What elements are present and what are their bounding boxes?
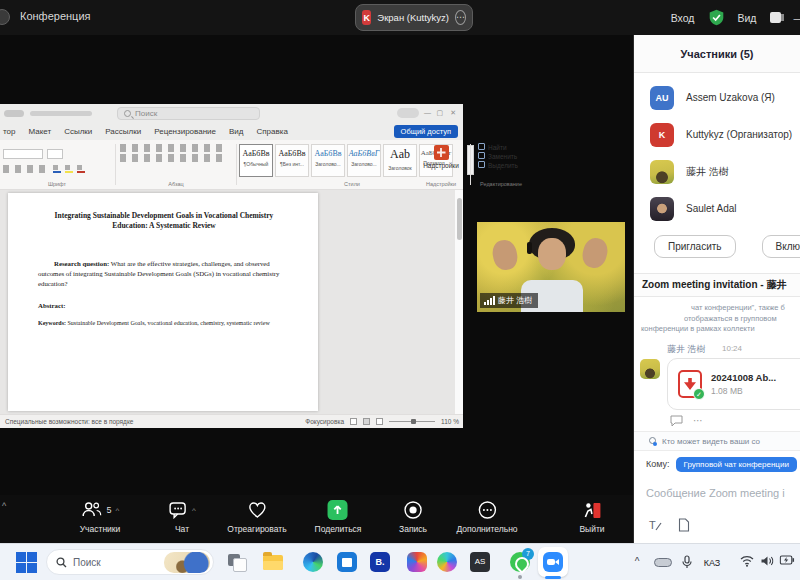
copilot-app-button[interactable] (436, 551, 458, 573)
meeting-info-icon[interactable] (0, 9, 10, 25)
word-minimize-icon[interactable]: — (424, 109, 431, 116)
toolbar-react-button[interactable]: Отреагировать (227, 499, 286, 534)
microphone-tray-icon[interactable] (682, 555, 692, 569)
web-layout-icon[interactable] (376, 418, 383, 425)
document-title: Integrating Sustainable Development Goal… (38, 211, 290, 231)
ribbon-editing-group: Найти Заменить Выделить Редактирование (472, 142, 530, 187)
participant-video-tile[interactable]: 藤井 浩樹 (477, 222, 625, 312)
zoom-percent[interactable]: 110 % (441, 418, 459, 425)
style-heading2[interactable]: АаБбВвГ Заголово... (347, 144, 381, 177)
tab-options-icon[interactable]: ⋯ (455, 10, 466, 25)
text-highlight-button[interactable] (65, 165, 73, 173)
toolbar-record-button[interactable]: Запись (399, 499, 427, 534)
signin-button[interactable]: Вход (671, 12, 695, 24)
language-indicator[interactable]: КАЗ (704, 558, 721, 568)
style-no-spacing[interactable]: АаБбВв ¶Без инт... (275, 144, 309, 177)
toolbar-chat-button[interactable]: ^ Чат (168, 499, 196, 534)
view-layout-icon[interactable] (770, 12, 781, 23)
volume-icon[interactable] (761, 555, 774, 567)
battery-icon[interactable] (780, 555, 795, 565)
whatsapp-button[interactable]: 7 (509, 551, 531, 573)
font-style-buttons[interactable] (3, 165, 51, 173)
addins-icon[interactable] (434, 145, 449, 160)
chat-message-input[interactable] (646, 487, 788, 499)
paragraph-align-buttons[interactable] (120, 154, 228, 162)
font-name-select[interactable] (3, 149, 43, 159)
print-layout-icon[interactable] (363, 418, 370, 425)
file-explorer-button[interactable] (262, 551, 284, 573)
security-shield-icon[interactable] (708, 9, 725, 26)
toolbar-participants-button[interactable]: 5 ^ Участники (80, 499, 121, 534)
toolbar-share-button[interactable]: Поделиться (315, 499, 362, 534)
word-share-button[interactable]: Общий доступ (394, 125, 458, 138)
word-account-button[interactable] (397, 108, 419, 118)
tray-expand-icon[interactable]: ^ (635, 556, 640, 567)
replace-button[interactable]: Заменить (478, 152, 530, 160)
edge-browser-button[interactable] (302, 551, 324, 573)
style-normal[interactable]: АаБбВв ¶Обычный (239, 144, 273, 177)
word-tab-review[interactable]: Рецензирование (154, 127, 216, 136)
participant-row[interactable]: AU Assem Uzakova (Я) (634, 79, 800, 116)
participants-caret-icon[interactable]: ^ (116, 506, 120, 515)
paragraph-list-buttons[interactable] (120, 144, 228, 152)
word-tab-view[interactable]: Вид (229, 127, 243, 136)
attach-file-icon[interactable] (678, 518, 690, 532)
document-page[interactable]: Integrating Sustainable Development Goal… (8, 193, 318, 411)
word-tab-help[interactable]: Справка (256, 127, 287, 136)
focus-mode-button[interactable]: Фокусировка (305, 418, 344, 425)
document-scrollbar[interactable] (455, 190, 463, 414)
word-close-icon[interactable]: ✕ (450, 109, 456, 117)
word-tab-mailings[interactable]: Рассылки (105, 127, 141, 136)
document-scrollbar-thumb[interactable] (457, 198, 462, 240)
participants-list: AU Assem Uzakova (Я) K Kuttykyz (Организ… (634, 73, 800, 227)
message-more-icon[interactable]: ⋯ (693, 415, 703, 426)
font-size-select[interactable] (47, 149, 63, 159)
reply-bubble-icon[interactable] (670, 415, 683, 426)
office-app-button[interactable] (406, 551, 428, 573)
find-button[interactable]: Найти (478, 143, 530, 151)
zoom-slider[interactable] (389, 421, 435, 422)
onedrive-cloud-icon[interactable] (654, 558, 672, 567)
to-recipient-pill[interactable]: Групповой чат конференции (676, 457, 797, 472)
word-autosave-toggle[interactable] (4, 110, 24, 117)
participant-row[interactable]: K Kuttykyz (Организатор) (634, 116, 800, 153)
word-tab-layout[interactable]: Макет (28, 127, 51, 136)
file-attachment-card[interactable]: ✓ 20241008 Ab... 1.08 MB (667, 358, 800, 410)
toolbar-more-button[interactable]: Дополнительно (456, 499, 517, 534)
word-search-box[interactable]: Поиск (117, 107, 260, 120)
windows-taskbar: B. AS 7 ^ КАЗ (0, 543, 800, 580)
taskbar-search-box[interactable] (46, 549, 214, 575)
as-app-button[interactable]: AS (469, 551, 491, 573)
style-title[interactable]: Аab Заголовок (383, 144, 417, 177)
word-maximize-icon[interactable]: ▢ (436, 109, 443, 117)
format-text-icon[interactable]: T (648, 518, 662, 532)
read-mode-icon[interactable] (350, 418, 357, 425)
word-tab-constructor[interactable]: тор (3, 127, 15, 136)
word-tab-links[interactable]: Ссылки (64, 127, 92, 136)
b-app-button[interactable]: B. (369, 551, 391, 573)
view-button[interactable]: Вид (738, 12, 757, 24)
wifi-icon[interactable] (740, 555, 754, 567)
taskbar-search-input[interactable] (73, 557, 153, 568)
invite-button[interactable]: Пригласить (654, 235, 736, 258)
minimize-icon[interactable]: — (794, 12, 800, 24)
addins-button-label[interactable]: Надстройки (421, 162, 461, 169)
shared-screen-tab[interactable]: K Экран (Kuttykyz) ⋯ (355, 4, 473, 31)
whatsapp-icon: 7 (510, 552, 530, 572)
select-button[interactable]: Выделить (478, 161, 530, 169)
task-view-button[interactable] (226, 551, 248, 573)
participant-row[interactable]: Saulet Adal (634, 190, 800, 227)
chat-privacy-note[interactable]: Кто может видеть ваши со (634, 431, 800, 451)
search-highlight-image[interactable] (164, 552, 210, 573)
style-heading1[interactable]: АаБбВв Заголово... (311, 144, 345, 177)
font-color-blue-button[interactable] (53, 165, 61, 173)
microsoft-store-button[interactable] (336, 551, 358, 573)
participant-row[interactable]: 藤井 浩樹 (634, 153, 800, 190)
toolbar-leave-button[interactable]: Выйти (579, 499, 604, 534)
unmute-all-button[interactable]: Включить (762, 235, 800, 258)
audio-options-caret[interactable]: ^ (2, 501, 6, 511)
start-button[interactable] (16, 551, 38, 573)
zoom-app-button[interactable] (538, 547, 568, 577)
font-color-red-button[interactable] (77, 165, 85, 173)
chat-caret-icon[interactable]: ^ (192, 506, 196, 515)
